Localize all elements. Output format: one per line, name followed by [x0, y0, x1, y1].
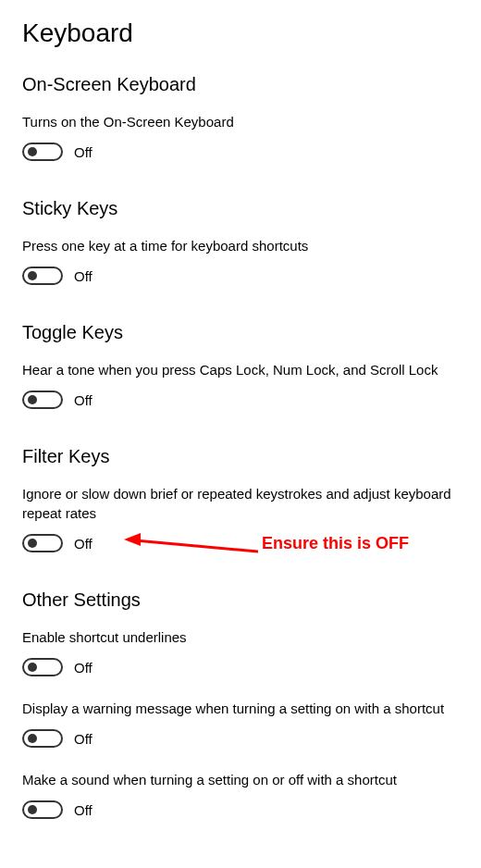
warning-desc: Display a warning message when turning a…: [22, 699, 459, 718]
setting-sound: Make a sound when turning a setting on o…: [22, 770, 459, 819]
sound-toggle[interactable]: [22, 800, 63, 819]
onscreen-heading: On-Screen Keyboard: [22, 74, 459, 95]
other-heading: Other Settings: [22, 589, 459, 611]
toggle-knob: [28, 395, 37, 404]
setting-shortcut-underlines: Enable shortcut underlines Off: [22, 627, 459, 676]
sticky-desc: Press one key at a time for keyboard sho…: [22, 236, 459, 255]
sticky-keys-toggle[interactable]: [22, 267, 63, 285]
toggle-knob: [28, 147, 37, 156]
filter-desc: Ignore or slow down brief or repeated ke…: [22, 484, 459, 523]
warning-toggle-state: Off: [74, 731, 92, 747]
onscreen-toggle-state: Off: [74, 144, 92, 160]
section-toggle-keys: Toggle Keys Hear a tone when you press C…: [22, 322, 459, 409]
underlines-toggle-state: Off: [74, 660, 92, 676]
toggle-knob: [28, 805, 37, 814]
warning-message-toggle[interactable]: [22, 729, 63, 748]
toggle-knob: [28, 663, 37, 672]
section-onscreen-keyboard: On-Screen Keyboard Turns on the On-Scree…: [22, 74, 459, 161]
filter-toggle-state: Off: [74, 536, 92, 552]
shortcut-underlines-toggle[interactable]: [22, 658, 63, 676]
sound-toggle-state: Off: [74, 802, 92, 818]
svg-marker-1: [124, 533, 141, 546]
togglekeys-heading: Toggle Keys: [22, 322, 459, 343]
sticky-toggle-state: Off: [74, 268, 92, 284]
onscreen-keyboard-toggle[interactable]: [22, 143, 63, 161]
underlines-desc: Enable shortcut underlines: [22, 627, 459, 647]
onscreen-desc: Turns on the On-Screen Keyboard: [22, 112, 459, 131]
toggle-knob: [28, 734, 37, 743]
annotation-callout: Ensure this is OFF: [124, 529, 409, 557]
togglekeys-toggle-state: Off: [74, 392, 92, 408]
section-sticky-keys: Sticky Keys Press one key at a time for …: [22, 198, 459, 285]
annotation-text: Ensure this is OFF: [262, 534, 409, 553]
toggle-knob: [28, 271, 37, 280]
togglekeys-desc: Hear a tone when you press Caps Lock, Nu…: [22, 360, 459, 379]
toggle-keys-toggle[interactable]: [22, 391, 63, 409]
sticky-heading: Sticky Keys: [22, 198, 459, 219]
section-filter-keys: Filter Keys Ignore or slow down brief or…: [22, 446, 459, 552]
setting-warning-message: Display a warning message when turning a…: [22, 699, 459, 748]
page-title: Keyboard: [22, 19, 459, 48]
toggle-knob: [28, 539, 37, 548]
sound-desc: Make a sound when turning a setting on o…: [22, 770, 459, 789]
filter-heading: Filter Keys: [22, 446, 459, 467]
filter-keys-toggle[interactable]: [22, 534, 63, 552]
section-other-settings: Other Settings Enable shortcut underline…: [22, 589, 459, 819]
arrow-icon: [124, 529, 258, 557]
svg-line-0: [135, 540, 258, 552]
